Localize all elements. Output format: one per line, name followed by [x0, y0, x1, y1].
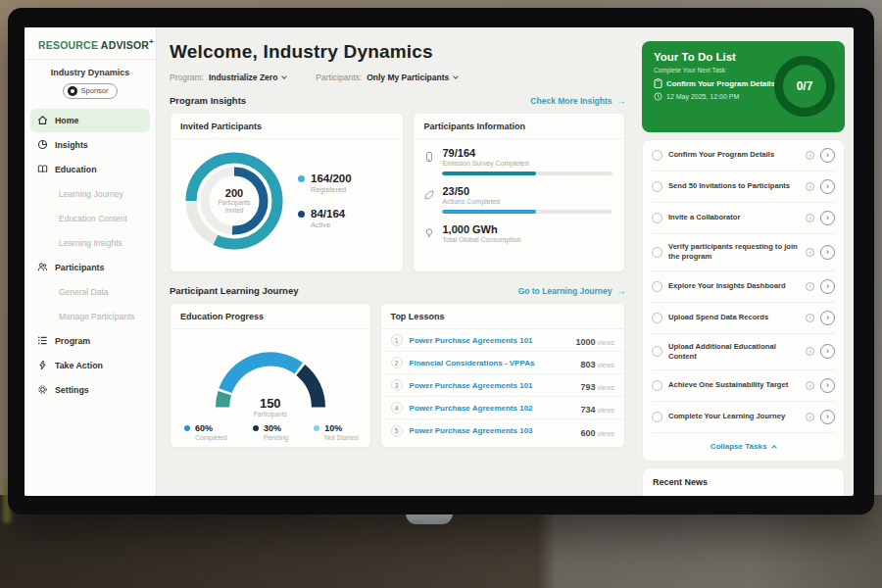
task-row[interactable]: Send 50 Invitations to Participants i ›	[652, 172, 835, 203]
participants-filter-value: Only My Participants	[367, 73, 449, 82]
task-go-button[interactable]: ›	[820, 410, 835, 424]
sidebar-item-education[interactable]: Education	[30, 158, 150, 181]
collapse-tasks-link[interactable]: Collapse Tasks	[652, 433, 835, 461]
sidebar-item-settings[interactable]: Settings	[30, 378, 150, 402]
lesson-rank: 3	[391, 379, 403, 391]
sidebar-item-take-action[interactable]: Take Action	[30, 354, 150, 377]
info-icon[interactable]: i	[806, 151, 814, 160]
task-row[interactable]: Achieve One Sustainability Target i ›	[652, 370, 835, 402]
task-row[interactable]: Verify participants requesting to join t…	[652, 234, 835, 271]
sidebar-item-label: Education Content	[59, 214, 127, 223]
task-go-button[interactable]: ›	[820, 211, 835, 225]
insights-icon	[37, 139, 48, 150]
info-icon[interactable]: i	[806, 381, 814, 390]
lesson-row[interactable]: 2 Financial Considerations - VPPAs 803vi…	[381, 352, 624, 374]
task-checkbox[interactable]	[652, 247, 662, 258]
task-go-button[interactable]: ›	[820, 179, 835, 194]
task-label: Complete Your Learning Journey	[668, 412, 800, 421]
task-label: Explore Your Insights Dashboard	[668, 281, 800, 291]
sidebar-item-manage-participants[interactable]: Manage Participants	[30, 305, 150, 328]
chevron-down-icon	[453, 74, 459, 79]
sidebar-item-insights[interactable]: Insights	[30, 133, 150, 157]
legend-label: Completed	[195, 434, 227, 441]
info-icon[interactable]: i	[806, 314, 814, 322]
lesson-row[interactable]: 3 Power Purchase Agreements 101 793views	[381, 374, 624, 397]
logo-advisor: ADVISOR	[101, 39, 149, 51]
lesson-link[interactable]: Financial Considerations - VPPAs	[410, 359, 574, 368]
actions-icon	[423, 185, 435, 214]
info-icon[interactable]: i	[806, 248, 814, 257]
task-row[interactable]: Upload Additional Educational Content i …	[652, 334, 835, 371]
task-checkbox[interactable]	[652, 281, 662, 292]
sponsor-label: Sponsor	[81, 86, 109, 95]
legend-value: 30%	[264, 423, 288, 433]
clipboard-icon	[654, 78, 662, 88]
program-filter[interactable]: Program: Industrialize Zero	[170, 73, 286, 82]
task-label: Send 50 Invitations to Participants	[668, 181, 800, 191]
monitor-stand	[406, 514, 453, 524]
lesson-link[interactable]: Power Purchase Agreements 101	[410, 381, 574, 390]
task-checkbox[interactable]	[652, 313, 662, 323]
task-checkbox[interactable]	[652, 213, 662, 223]
lesson-link[interactable]: Power Purchase Agreements 101	[410, 336, 569, 345]
stat-actions-completed: 23/50 Actions Completed	[423, 185, 612, 214]
task-checkbox[interactable]	[652, 150, 662, 161]
task-checkbox[interactable]	[652, 181, 662, 192]
info-icon[interactable]: i	[806, 214, 814, 222]
info-icon[interactable]: i	[806, 182, 814, 191]
stat-value: 1,000 GWh	[442, 223, 612, 235]
sidebar-item-general-data[interactable]: General Data	[30, 280, 150, 304]
program-filter-value: Industrialize Zero	[209, 73, 277, 82]
task-row[interactable]: Explore Your Insights Dashboard i ›	[652, 271, 835, 303]
legend-label: Active	[311, 220, 345, 229]
task-go-button[interactable]: ›	[820, 344, 835, 359]
todo-panel: Your To Do List Complete Your Next Task:…	[635, 27, 854, 496]
education-gauge-chart: 150 Participants	[197, 335, 344, 414]
go-to-learning-journey-link[interactable]: Go to Learning Journey	[518, 286, 625, 296]
dashboard-screen: RESOURCE ADVISOR+ Industry Dynamics Spon…	[24, 27, 854, 496]
lesson-row[interactable]: 5 Power Purchase Agreements 103 600views	[381, 419, 624, 442]
sidebar-item-education-content[interactable]: Education Content	[30, 207, 150, 230]
task-go-button[interactable]: ›	[820, 279, 835, 294]
sidebar-item-program[interactable]: Program	[30, 329, 150, 353]
sidebar-item-participants[interactable]: Participants	[30, 256, 150, 279]
task-checkbox[interactable]	[652, 380, 662, 391]
info-icon[interactable]: i	[806, 347, 814, 356]
task-go-button[interactable]: ›	[820, 148, 835, 163]
views-label: views	[597, 339, 614, 346]
lesson-link[interactable]: Power Purchase Agreements 102	[410, 404, 574, 413]
chevron-down-icon	[282, 74, 288, 79]
info-icon[interactable]: i	[806, 282, 814, 291]
donut-center-value: 200	[225, 187, 243, 199]
legend-completed: 60% Completed	[184, 423, 227, 441]
check-more-insights-link[interactable]: Check More Insights	[530, 96, 625, 106]
task-row[interactable]: Invite a Collaborator i ›	[652, 203, 835, 234]
legend-value: 10%	[324, 423, 358, 433]
sidebar-item-home[interactable]: Home	[30, 109, 150, 132]
sponsor-badge[interactable]: Sponsor	[63, 83, 119, 99]
sidebar-item-learning-insights[interactable]: Learning Insights	[30, 231, 150, 255]
card-title: Invited Participants	[171, 114, 403, 139]
participants-filter-label: Participants:	[316, 73, 362, 82]
participants-filter[interactable]: Participants: Only My Participants	[316, 73, 458, 82]
task-row[interactable]: Upload Spend Data Records i ›	[652, 303, 835, 334]
task-go-button[interactable]: ›	[820, 245, 835, 260]
task-go-button[interactable]: ›	[820, 378, 835, 393]
app-logo: RESOURCE ADVISOR+	[24, 27, 156, 60]
task-go-button[interactable]: ›	[820, 311, 835, 325]
sidebar-item-learning-journey[interactable]: Learning Journey	[30, 182, 150, 206]
home-icon	[37, 115, 48, 125]
legend-value: 60%	[195, 423, 227, 433]
lesson-row[interactable]: 4 Power Purchase Agreements 102 734views	[381, 397, 624, 419]
sidebar-nav: Home Insights Education Learning Journey…	[24, 109, 156, 402]
task-row[interactable]: Confirm Your Program Details i ›	[652, 140, 835, 172]
lesson-row[interactable]: 1 Power Purchase Agreements 101 1000view…	[381, 329, 624, 352]
sidebar-item-label: Manage Participants	[59, 312, 135, 321]
sidebar-item-label: General Data	[59, 287, 109, 297]
task-checkbox[interactable]	[652, 346, 662, 357]
task-row[interactable]: Complete Your Learning Journey i ›	[652, 402, 835, 433]
task-checkbox[interactable]	[652, 412, 662, 422]
participants-information-card: Participants Information 79/164 Emission…	[413, 113, 625, 272]
lesson-link[interactable]: Power Purchase Agreements 103	[410, 426, 574, 435]
info-icon[interactable]: i	[806, 413, 814, 421]
